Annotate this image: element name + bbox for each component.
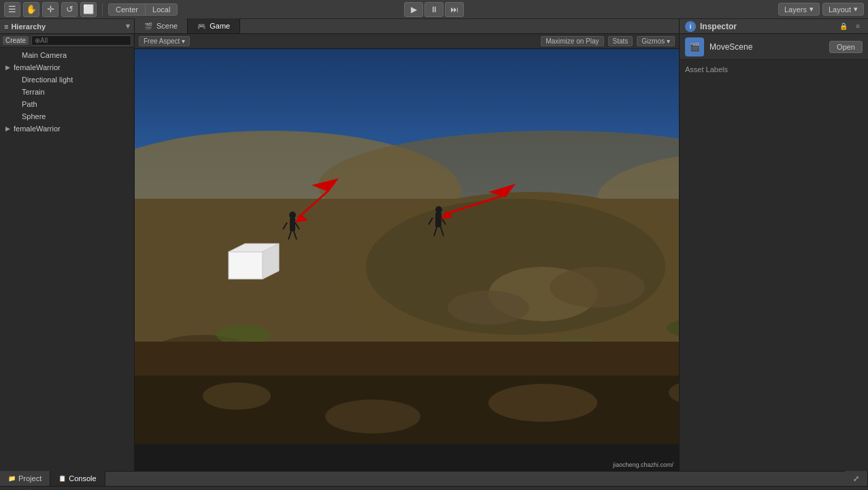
game-viewport: jiaocheng.chazhi.com/ xyxy=(135,49,679,471)
svg-point-12 xyxy=(546,338,607,359)
svg-marker-17 xyxy=(135,342,679,444)
svg-point-6 xyxy=(148,335,257,376)
create-btn[interactable]: Create xyxy=(3,36,29,45)
svg-point-10 xyxy=(216,325,271,345)
open-button[interactable]: Open xyxy=(829,41,863,53)
pause-button[interactable]: ⏸ xyxy=(424,2,444,17)
item-label: femaleWarrior xyxy=(14,125,61,133)
gizmos-btn[interactable]: Gizmos ▾ xyxy=(637,36,675,46)
game-tab-label: Game xyxy=(210,22,230,30)
hierarchy-toolbar: Create xyxy=(0,34,134,48)
svg-marker-18 xyxy=(135,376,679,444)
inspector-panel: i Inspector 🔒 ≡ 🎬 MoveScene Open Asset L… xyxy=(679,19,868,471)
sky xyxy=(135,49,679,239)
hierarchy-header: ≡ Hierarchy ▾ xyxy=(0,19,134,34)
play-button[interactable]: ▶ xyxy=(404,2,423,17)
svg-point-19 xyxy=(203,382,271,410)
center-btn[interactable]: Center xyxy=(109,4,146,15)
svg-point-21 xyxy=(488,384,597,422)
inspector-menu-icon[interactable]: ≡ xyxy=(853,22,863,31)
gizmos-label: Gizmos xyxy=(641,37,665,45)
scene-tab[interactable]: 🎬 Scene xyxy=(135,18,188,33)
console-toolbar: Clear Collapse Clear on Play Error Pause… xyxy=(0,487,868,490)
main-layout: ≡ Hierarchy ▾ Create Main Camera ▶ femal… xyxy=(0,19,868,471)
asset-label-row: Asset Labels xyxy=(680,60,868,79)
hierarchy-list: Main Camera ▶ femaleWarrior Directional … xyxy=(0,48,134,471)
unity-menu-btn[interactable]: ☰ xyxy=(4,2,20,17)
expand-arrow: ▶ xyxy=(5,125,11,132)
asset-label-text: Asset Labels xyxy=(685,65,728,74)
hierarchy-search[interactable] xyxy=(31,35,131,46)
hierarchy-item-female-warrior-1[interactable]: ▶ femaleWarrior xyxy=(0,61,134,74)
bottom-content: Clear Collapse Clear on Play Error Pause… xyxy=(0,487,868,490)
svg-marker-43 xyxy=(263,244,279,279)
movescene-name: MoveScene xyxy=(710,42,824,52)
bottom-area: 📁 Project 📋 Console ⤢ Clear Collapse Cle… xyxy=(0,471,868,490)
step-button[interactable]: ⏭ xyxy=(445,2,464,17)
hierarchy-item-sphere[interactable]: Sphere xyxy=(0,110,134,122)
movescene-row: 🎬 MoveScene Open xyxy=(680,34,868,60)
stats-btn[interactable]: Stats xyxy=(608,36,633,46)
game-tab[interactable]: 🎮 Game xyxy=(188,18,240,33)
svg-point-14 xyxy=(488,267,597,321)
svg-rect-41 xyxy=(229,252,263,279)
right-controls: Layers ▾ Layout ▾ xyxy=(778,3,864,16)
scale-tool-btn[interactable]: ⬜ xyxy=(80,2,97,17)
hierarchy-item-main-camera[interactable]: Main Camera xyxy=(0,49,134,61)
project-tab[interactable]: 📁 Project xyxy=(0,471,50,486)
svg-point-11 xyxy=(369,354,417,370)
svg-point-20 xyxy=(325,399,420,434)
inspector-icon-label: i xyxy=(690,23,692,30)
scene-game-tabbar: 🎬 Scene 🎮 Game xyxy=(135,19,679,34)
svg-point-22 xyxy=(669,378,679,408)
play-controls: ▶ ⏸ ⏭ xyxy=(404,2,464,17)
scene-tab-label: Scene xyxy=(156,22,178,30)
console-tab[interactable]: 📋 Console xyxy=(50,471,105,486)
project-icon: 📁 xyxy=(8,475,16,482)
hierarchy-menu-icon[interactable]: ▾ xyxy=(126,22,130,31)
item-label: Terrain xyxy=(22,88,45,96)
center-area: 🎬 Scene 🎮 Game Free Aspect ▾ Maximize on… xyxy=(135,19,679,471)
local-btn[interactable]: Local xyxy=(146,4,177,15)
toolbar-sep1 xyxy=(102,3,103,16)
viewport-toolbar: Free Aspect ▾ Maximize on Play Stats Giz… xyxy=(135,34,679,49)
svg-point-8 xyxy=(543,352,679,399)
pivot-group: Center Local xyxy=(108,3,178,16)
hierarchy-title: Hierarchy xyxy=(11,22,46,31)
maximize-btn[interactable]: Maximize on Play xyxy=(541,36,603,46)
inspector-lock-icon[interactable]: 🔒 xyxy=(837,22,850,31)
layout-chevron-icon: ▾ xyxy=(854,5,858,14)
console-panel: Clear Collapse Clear on Play Error Pause… xyxy=(0,487,868,490)
top-toolbar: ☰ ✋ ✛ ↺ ⬜ Center Local ▶ ⏸ ⏭ Layers ▾ La… xyxy=(0,0,868,19)
movescene-icon-symbol: 🎬 xyxy=(690,42,700,52)
gizmos-chevron-icon: ▾ xyxy=(667,37,670,45)
svg-point-7 xyxy=(257,362,420,416)
movescene-icon: 🎬 xyxy=(685,37,704,56)
game-icon: 🎮 xyxy=(197,22,205,30)
svg-point-13 xyxy=(667,319,679,337)
inspector-title: Inspector xyxy=(700,22,737,31)
hand-tool-btn[interactable]: ✋ xyxy=(23,2,39,17)
hierarchy-panel: ≡ Hierarchy ▾ Create Main Camera ▶ femal… xyxy=(0,19,135,471)
aspect-chevron-icon: ▾ xyxy=(182,37,185,45)
item-label: Path xyxy=(22,100,37,108)
expand-arrow: ▶ xyxy=(5,64,11,71)
layers-dropdown[interactable]: Layers ▾ xyxy=(778,3,820,16)
hierarchy-item-path[interactable]: Path xyxy=(0,98,134,110)
scene-background xyxy=(135,49,679,471)
aspect-label: Free Aspect xyxy=(144,37,180,45)
console-tab-label: Console xyxy=(69,474,96,483)
layers-label: Layers xyxy=(784,5,807,14)
layout-dropdown[interactable]: Layout ▾ xyxy=(822,3,864,16)
aspect-dropdown[interactable]: Free Aspect ▾ xyxy=(139,36,190,46)
hierarchy-icon: ≡ xyxy=(4,22,8,31)
inspector-icon: i xyxy=(685,21,696,32)
move-tool-btn[interactable]: ✛ xyxy=(42,2,59,17)
hierarchy-item-directional-light[interactable]: Directional light xyxy=(0,74,134,86)
inspector-header: i Inspector 🔒 ≡ xyxy=(680,19,868,34)
rotate-tool-btn[interactable]: ↺ xyxy=(61,2,78,17)
watermark: jiaocheng.chazhi.com/ xyxy=(609,460,678,470)
hierarchy-item-female-warrior-2[interactable]: ▶ femaleWarrior xyxy=(0,122,134,135)
hierarchy-item-terrain[interactable]: Terrain xyxy=(0,86,134,98)
bottom-panel-maximize[interactable]: ⤢ xyxy=(845,471,868,486)
